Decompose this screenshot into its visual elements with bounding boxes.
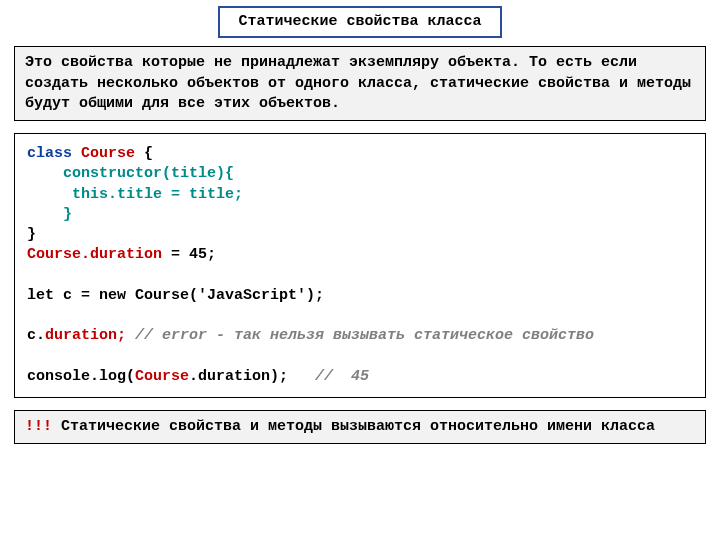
code-console: console.log( — [27, 368, 135, 385]
code-brace: } — [27, 206, 72, 223]
footer-box: !!! Статические свойства и методы вызыва… — [14, 410, 706, 444]
code-post: .duration); — [189, 368, 306, 385]
code-classname: Course — [81, 145, 144, 162]
code-static-ref: Course.duration — [27, 246, 162, 263]
code-keyword: class — [27, 145, 81, 162]
code-comment: // error - так нельзя вызывать статическ… — [126, 327, 594, 344]
page-title: Статические свойства класса — [218, 6, 501, 38]
code-brace: { — [144, 145, 153, 162]
code-body: this.title = title; — [27, 186, 243, 203]
description-box: Это свойства которые не принадлежат экзе… — [14, 46, 706, 121]
code-dot: . — [36, 327, 45, 344]
code-comment: // 45 — [306, 368, 369, 385]
description-text: Это свойства которые не принадлежат экзе… — [25, 54, 691, 112]
code-rest: = 45; — [162, 246, 216, 263]
code-let: let c = new Course('JavaScript'); — [27, 287, 324, 304]
code-constructor: constructor(title){ — [27, 165, 234, 182]
code-obj: c — [27, 327, 36, 344]
code-prop: duration; — [45, 327, 126, 344]
footer-text: Статические свойства и методы вызываются… — [52, 418, 655, 435]
code-brace: } — [27, 226, 36, 243]
footer-bang: !!! — [25, 418, 52, 435]
code-box: class Course { constructor(title){ this.… — [14, 133, 706, 398]
code-classref: Course — [135, 368, 189, 385]
heading-wrap: Статические свойства класса — [14, 6, 706, 38]
